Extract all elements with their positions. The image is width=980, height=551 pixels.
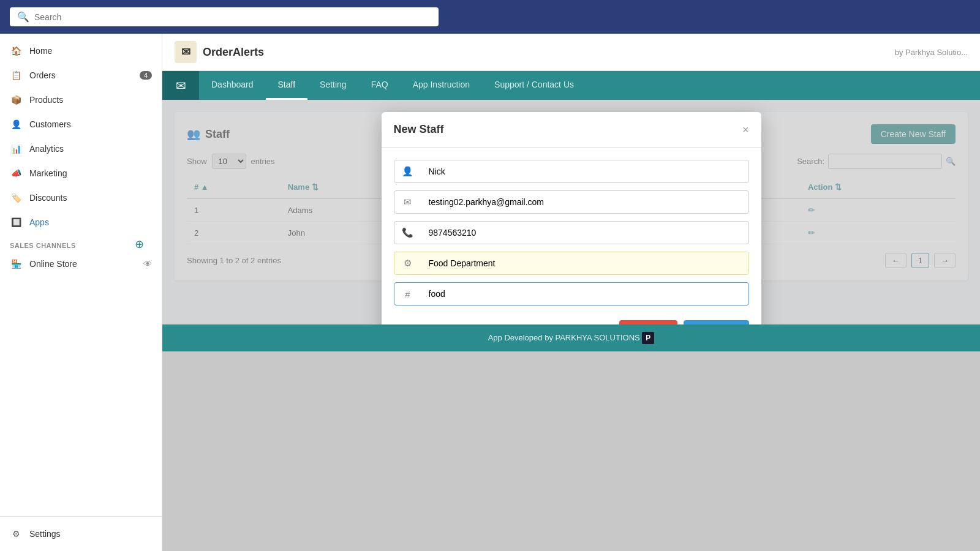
- search-box[interactable]: 🔍: [10, 7, 439, 26]
- app-brand: ✉ OrderAlerts: [175, 41, 264, 63]
- sidebar: 🏠 Home 📋 Orders 4 📦 Products 👤 Customers…: [0, 34, 162, 551]
- email-icon: ✉: [394, 197, 421, 208]
- app-by-text: by Parkhya Solutio...: [895, 48, 968, 57]
- nav-item-setting[interactable]: Setting: [307, 71, 359, 100]
- home-icon: 🏠: [10, 45, 22, 57]
- sidebar-item-label: Customers: [29, 119, 71, 129]
- name-field-container: 👤: [394, 160, 749, 183]
- phone-field-container: 📞: [394, 221, 749, 244]
- analytics-icon: 📊: [10, 143, 22, 155]
- search-input[interactable]: [34, 12, 431, 22]
- sidebar-item-products[interactable]: 📦 Products: [0, 88, 162, 112]
- modal-overlay: New Staff × 👤 ✉ 📞: [162, 100, 980, 324]
- sidebar-item-settings[interactable]: ⚙ Settings: [0, 522, 162, 546]
- sidebar-bottom: ⚙ Settings: [0, 516, 162, 546]
- sidebar-item-online-store[interactable]: 🏪 Online Store 👁: [0, 252, 162, 276]
- brand-icon: ✉: [175, 41, 197, 63]
- footer-text: App Developed by PARKHYA SOLUTIONS: [488, 333, 640, 342]
- app-nav-logo: ✉: [162, 71, 199, 100]
- products-icon: 📦: [10, 94, 22, 106]
- orders-badge: 4: [140, 71, 152, 80]
- tag-input[interactable]: [421, 283, 748, 305]
- sidebar-item-analytics[interactable]: 📊 Analytics: [0, 137, 162, 161]
- add-sales-channel-icon[interactable]: ⊕: [135, 238, 144, 251]
- apps-icon: 🔲: [10, 216, 22, 228]
- top-bar: 🔍: [0, 0, 980, 34]
- sidebar-item-label: Online Store: [29, 259, 77, 269]
- sidebar-item-label: Apps: [29, 217, 49, 227]
- sidebar-item-discounts[interactable]: 🏷️ Discounts: [0, 186, 162, 210]
- sidebar-item-home[interactable]: 🏠 Home: [0, 39, 162, 63]
- name-icon: 👤: [394, 166, 421, 177]
- brand-name: OrderAlerts: [203, 46, 264, 59]
- modal-actions: ↺ Reset 💾 Submit: [394, 313, 749, 324]
- customers-icon: 👤: [10, 118, 22, 130]
- nav-item-app-instruction[interactable]: App Instruction: [401, 71, 482, 100]
- submit-button[interactable]: 💾 Submit: [684, 320, 749, 324]
- app-nav: ✉ Dashboard Staff Setting FAQ App Instru…: [162, 71, 980, 100]
- footer-p-icon: P: [642, 332, 654, 344]
- nav-item-support[interactable]: Support / Contact Us: [482, 71, 586, 100]
- discounts-icon: 🏷️: [10, 192, 22, 204]
- tag-field-container: #: [394, 282, 749, 305]
- online-store-eye-icon: 👁: [143, 259, 152, 269]
- department-icon: ⚙: [394, 258, 421, 269]
- sidebar-item-marketing[interactable]: 📣 Marketing: [0, 161, 162, 186]
- modal-body: 👤 ✉ 📞 ⚙: [382, 148, 761, 324]
- sidebar-item-label: Marketing: [29, 168, 67, 178]
- phone-input[interactable]: [421, 222, 748, 244]
- main-layout: 🏠 Home 📋 Orders 4 📦 Products 👤 Customers…: [0, 34, 980, 551]
- app-footer: App Developed by PARKHYA SOLUTIONS P: [162, 324, 980, 351]
- sidebar-item-label: Home: [29, 46, 52, 56]
- page-content: 👥 Staff Create New Staff Show 10 25 50 1…: [162, 100, 980, 324]
- sidebar-item-apps[interactable]: 🔲 Apps: [0, 210, 162, 234]
- content-area: ✉ OrderAlerts by Parkhya Solutio... ✉ Da…: [162, 34, 980, 551]
- sidebar-item-customers[interactable]: 👤 Customers: [0, 112, 162, 137]
- sidebar-item-label: Products: [29, 95, 63, 105]
- name-input[interactable]: [421, 160, 748, 182]
- nav-item-dashboard[interactable]: Dashboard: [199, 71, 266, 100]
- nav-item-faq[interactable]: FAQ: [359, 71, 401, 100]
- modal-header: New Staff ×: [382, 112, 761, 148]
- sidebar-item-orders[interactable]: 📋 Orders 4: [0, 63, 162, 88]
- sidebar-item-label: Orders: [29, 70, 56, 80]
- gray-area: [162, 351, 980, 552]
- new-staff-modal: New Staff × 👤 ✉ 📞: [382, 112, 761, 324]
- search-icon: 🔍: [17, 11, 29, 23]
- tag-icon: #: [394, 289, 421, 299]
- sidebar-item-label: Settings: [29, 529, 61, 539]
- sidebar-item-label: Discounts: [29, 193, 67, 203]
- app-header: ✉ OrderAlerts by Parkhya Solutio...: [162, 34, 980, 71]
- department-field-container: ⚙: [394, 252, 749, 275]
- orders-icon: 📋: [10, 69, 22, 81]
- marketing-icon: 📣: [10, 167, 22, 179]
- reset-button[interactable]: ↺ Reset: [619, 320, 677, 324]
- sidebar-item-label: Analytics: [29, 144, 64, 154]
- modal-title: New Staff: [394, 123, 444, 136]
- email-field-container: ✉: [394, 190, 749, 214]
- nav-item-staff[interactable]: Staff: [266, 71, 308, 100]
- email-input[interactable]: [421, 191, 748, 213]
- online-store-icon: 🏪: [10, 258, 22, 270]
- settings-icon: ⚙: [10, 528, 22, 540]
- department-input[interactable]: [421, 252, 748, 274]
- modal-close-button[interactable]: ×: [742, 124, 749, 135]
- phone-icon: 📞: [394, 227, 421, 238]
